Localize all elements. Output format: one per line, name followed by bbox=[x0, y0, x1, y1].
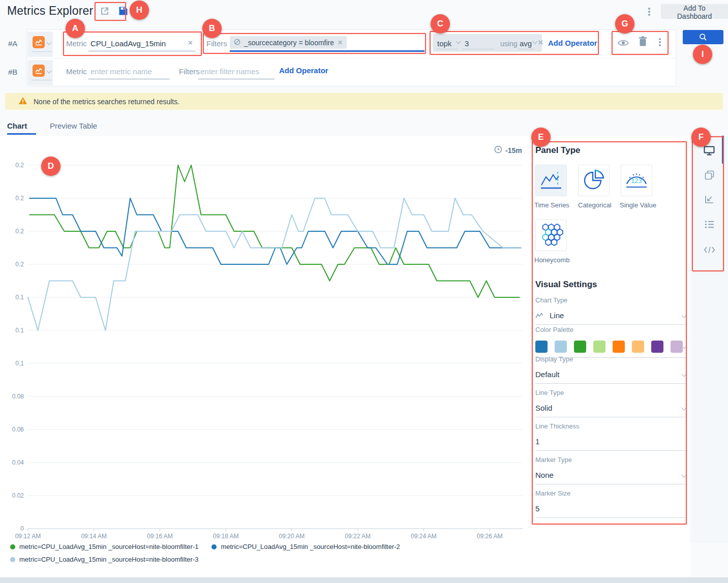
display-type-label: Display Type bbox=[535, 355, 686, 363]
operator-name-underline bbox=[436, 49, 458, 49]
line-thickness-value: 1 bbox=[535, 437, 539, 446]
operator-remove-icon[interactable]: ✕ bbox=[538, 39, 543, 46]
line-type-select[interactable]: Solid bbox=[535, 404, 686, 417]
save-icon[interactable] bbox=[118, 6, 128, 18]
filters-input-b[interactable]: enter filter names bbox=[200, 67, 259, 76]
svg-text:0: 0 bbox=[20, 525, 24, 532]
honeycomb-icon bbox=[539, 223, 563, 248]
svg-text:0.04: 0.04 bbox=[12, 459, 24, 466]
rail-code-icon[interactable] bbox=[704, 246, 715, 256]
chart-legend: metric=CPU_LoadAvg_15min _sourceHost=nit… bbox=[10, 543, 519, 563]
operator-name[interactable]: topk bbox=[437, 39, 451, 48]
query-type-underline bbox=[32, 51, 52, 52]
svg-text:0.06: 0.06 bbox=[12, 426, 24, 433]
tab-preview-table[interactable]: Preview Table bbox=[50, 121, 97, 130]
chart-type-label: Chart Type bbox=[535, 296, 686, 304]
panel-type-categorical-label: Categorical bbox=[578, 201, 612, 209]
display-type-value: Default bbox=[535, 370, 560, 379]
svg-text:0.1: 0.1 bbox=[15, 360, 24, 367]
metric-clear-icon[interactable]: × bbox=[188, 38, 193, 47]
metrics-query-type-icon[interactable] bbox=[33, 36, 45, 48]
warning-text: None of the metrics searches returned re… bbox=[34, 98, 179, 106]
color-palette-label: Color Palette bbox=[535, 326, 686, 333]
filter-chip-text: _sourcecategory = bloomfire bbox=[244, 39, 334, 47]
rail-axes-icon[interactable] bbox=[705, 195, 714, 206]
warning-icon bbox=[18, 97, 27, 107]
metric-input-a[interactable]: CPU_LoadAvg_15min bbox=[90, 39, 166, 48]
add-to-dashboard-button[interactable]: Add To Dashboard bbox=[661, 4, 728, 19]
tab-chart-active-underline bbox=[7, 133, 36, 135]
search-icon bbox=[699, 33, 707, 41]
header-kebab-icon[interactable] bbox=[648, 7, 650, 17]
marker-type-value: None bbox=[535, 471, 554, 479]
time-series-icon bbox=[539, 170, 563, 191]
legend-label: metric=CPU_LoadAvg_15min _sourceHost=nit… bbox=[19, 543, 198, 550]
palette-swatch bbox=[535, 341, 548, 353]
tab-chart[interactable]: Chart bbox=[7, 121, 27, 130]
exclude-icon bbox=[234, 38, 240, 47]
palette-swatch bbox=[651, 341, 663, 353]
line-thickness-input[interactable]: 1 bbox=[535, 437, 686, 451]
line-type-value: Solid bbox=[535, 404, 552, 412]
filter-chip[interactable]: _sourcecategory = bloomfire ✕ bbox=[230, 36, 347, 49]
query-row-kebab-icon[interactable] bbox=[659, 37, 661, 47]
query-row-a-label: #A bbox=[8, 39, 17, 48]
timeseries-chart[interactable]: 00.020.040.060.080.10.10.10.20.20.20.209… bbox=[0, 141, 527, 543]
display-type-select[interactable]: Default bbox=[535, 370, 686, 384]
hide-query-eye-icon[interactable] bbox=[618, 39, 629, 49]
panel-type-honeycomb-label: Honeycomb bbox=[534, 256, 569, 264]
svg-text:123: 123 bbox=[631, 177, 642, 185]
filters-active-underline bbox=[230, 50, 424, 52]
query-type-underline-b bbox=[32, 80, 52, 80]
metrics-query-type-icon-b[interactable] bbox=[33, 65, 45, 77]
annotation-circle-d: D bbox=[41, 157, 60, 176]
run-search-button[interactable] bbox=[683, 30, 723, 44]
legend-item[interactable]: metric=CPU_LoadAvg_15min _sourceHost=nit… bbox=[211, 543, 400, 550]
operator-using-label: using bbox=[500, 40, 517, 48]
legend-item[interactable]: metric=CPU_LoadAvg_15min _sourceHost=nit… bbox=[10, 556, 198, 563]
svg-text:09:12 AM: 09:12 AM bbox=[15, 533, 41, 540]
metric-underline-a bbox=[88, 51, 195, 51]
annotation-circle-b: B bbox=[202, 19, 222, 38]
svg-text:09:16 AM: 09:16 AM bbox=[147, 533, 173, 540]
panel-type-categorical[interactable] bbox=[578, 165, 610, 196]
annotation-circle-f: F bbox=[691, 128, 711, 147]
rail-display-monitor-icon[interactable] bbox=[704, 146, 715, 158]
panel-type-honeycomb[interactable] bbox=[535, 220, 567, 251]
rail-legend-list-icon[interactable] bbox=[705, 220, 714, 231]
filters-label-a: Filters bbox=[206, 39, 227, 48]
panel-type-single-value[interactable]: 123 bbox=[621, 165, 652, 196]
share-icon[interactable] bbox=[100, 6, 110, 18]
legend-item[interactable]: metric=CPU_LoadAvg_15min _sourceHost=nit… bbox=[10, 543, 198, 550]
operator-arg[interactable]: 3 bbox=[465, 39, 469, 48]
line-chart-type-icon bbox=[535, 313, 543, 319]
annotation-circle-i: I bbox=[693, 45, 712, 64]
bottom-scrollbar-strip[interactable] bbox=[0, 577, 728, 583]
palette-swatch bbox=[574, 341, 586, 353]
palette-swatch bbox=[555, 341, 567, 353]
panel-type-time-series[interactable] bbox=[535, 165, 567, 196]
svg-text:0.08: 0.08 bbox=[12, 393, 24, 400]
line-type-chevron-icon bbox=[682, 406, 687, 411]
marker-size-input[interactable]: 5 bbox=[535, 504, 686, 518]
marker-size-value: 5 bbox=[535, 504, 539, 513]
svg-text:09:24 AM: 09:24 AM bbox=[411, 533, 437, 540]
chart-type-select[interactable]: Line bbox=[535, 311, 686, 325]
line-type-label: Line Type bbox=[535, 389, 686, 396]
palette-swatch bbox=[593, 341, 605, 353]
add-operator-link-b[interactable]: Add Operator bbox=[279, 66, 328, 75]
metrics-explorer-page: Metrics Explorer Add To Dashboard #A Met… bbox=[0, 0, 728, 583]
metric-input-b[interactable]: enter metric name bbox=[90, 67, 152, 76]
delete-query-trash-icon[interactable] bbox=[639, 36, 647, 49]
marker-type-select[interactable]: None bbox=[535, 471, 686, 484]
add-operator-link-a[interactable]: Add Operator bbox=[548, 39, 597, 47]
palette-swatch bbox=[632, 341, 644, 353]
line-type-field: Line Type Solid bbox=[535, 389, 686, 417]
filter-chip-close-icon[interactable]: ✕ bbox=[338, 39, 343, 46]
legend-dot bbox=[10, 557, 15, 562]
rail-duplicate-icon[interactable] bbox=[705, 170, 714, 182]
operator-agg[interactable]: avg bbox=[520, 39, 532, 48]
line-thickness-field: Line Thickness 1 bbox=[535, 422, 686, 451]
svg-text:09:22 AM: 09:22 AM bbox=[345, 533, 371, 540]
svg-text:09:26 AM: 09:26 AM bbox=[477, 533, 503, 540]
